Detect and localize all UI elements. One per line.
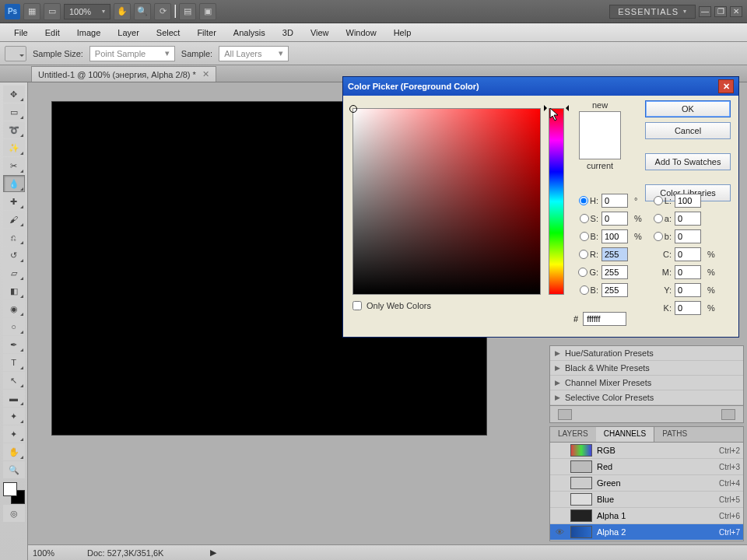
lasso-tool-icon[interactable]: ➰ <box>3 121 25 138</box>
y-input[interactable] <box>675 283 701 297</box>
s-radio[interactable] <box>580 214 589 223</box>
3d-camera-tool-icon[interactable]: ✦ <box>3 425 25 443</box>
eyedropper-tool-icon[interactable]: 💧 <box>3 175 25 192</box>
menu-select[interactable]: Select <box>149 26 188 40</box>
adjustment-icon[interactable] <box>558 409 572 420</box>
preset-selective-color[interactable]: ▶Selective Color Presets <box>550 390 743 405</box>
quick-mask-icon[interactable]: ◎ <box>3 505 25 522</box>
tab-paths[interactable]: PATHS <box>654 427 695 442</box>
history-brush-tool-icon[interactable]: ↺ <box>3 247 25 264</box>
r-radio-label[interactable]: R: <box>573 250 598 259</box>
channel-row[interactable]: Alpha 1Ctrl+6 <box>550 508 743 524</box>
b-rgb-radio-label[interactable]: B: <box>573 285 598 295</box>
blur-tool-icon[interactable]: ◉ <box>3 300 25 317</box>
healing-brush-tool-icon[interactable]: ✚ <box>3 193 25 210</box>
h-radio[interactable] <box>579 196 588 205</box>
channel-row[interactable]: RGBCtrl+2 <box>550 443 743 459</box>
path-selection-tool-icon[interactable]: ↖ <box>3 372 25 389</box>
move-tool-icon[interactable]: ✥ <box>3 86 25 103</box>
3d-tool-icon[interactable]: ✦ <box>3 408 25 425</box>
a-radio[interactable] <box>654 214 663 223</box>
b-rgb-radio[interactable] <box>580 285 589 295</box>
visibility-eye-icon[interactable] <box>553 509 566 522</box>
zoom-level-select[interactable]: 100%▾ <box>64 4 110 19</box>
hand-tool-icon[interactable]: ✋ <box>114 3 131 20</box>
pen-tool-icon[interactable]: ✒ <box>3 336 25 353</box>
menu-filter[interactable]: Filter <box>189 26 223 40</box>
l-input[interactable] <box>675 194 701 208</box>
s-input[interactable] <box>601 212 628 226</box>
g-radio-label[interactable]: G: <box>573 268 598 277</box>
h-input[interactable] <box>601 194 628 208</box>
visibility-eye-icon[interactable]: 👁 <box>553 526 566 538</box>
menu-file[interactable]: File <box>6 26 36 40</box>
channel-row[interactable]: 👁Alpha 2Ctrl+7 <box>550 524 743 541</box>
rotate-view-icon[interactable]: ⟳ <box>154 3 171 20</box>
sample-size-select[interactable]: Point Sample▾ <box>89 46 175 61</box>
preset-hue-saturation[interactable]: ▶Hue/Saturation Presets <box>550 346 743 361</box>
k-input[interactable] <box>675 301 701 315</box>
r-radio[interactable] <box>579 250 588 259</box>
dialog-title-bar[interactable]: Color Picker (Foreground Color) ✕ <box>343 77 738 96</box>
l-radio-label[interactable]: L: <box>647 196 672 205</box>
current-color-swatch[interactable] <box>580 135 620 159</box>
preset-channel-mixer[interactable]: ▶Channel Mixer Presets <box>550 376 743 390</box>
visibility-eye-icon[interactable] <box>553 460 566 473</box>
tab-channels[interactable]: CHANNELS <box>596 427 654 442</box>
only-web-colors-checkbox[interactable] <box>352 301 362 310</box>
b-hsb-radio-label[interactable]: B: <box>573 232 598 241</box>
screen-mode-dropdown-icon[interactable]: ▣ <box>199 3 216 20</box>
m-input[interactable] <box>675 265 701 279</box>
l-radio[interactable] <box>654 196 663 205</box>
eraser-tool-icon[interactable]: ▱ <box>3 264 25 282</box>
marquee-tool-icon[interactable]: ▭ <box>3 103 25 121</box>
menu-window[interactable]: Window <box>338 26 384 40</box>
document-tab[interactable]: Untitled-1 @ 100% (энергия, Alpha 2/8) *… <box>31 66 216 82</box>
dialog-close-button[interactable]: ✕ <box>718 79 734 93</box>
clip-to-layer-icon[interactable] <box>721 409 735 420</box>
add-to-swatches-button[interactable]: Add To Swatches <box>645 153 731 170</box>
clone-stamp-tool-icon[interactable]: ⎌ <box>3 229 25 246</box>
status-zoom[interactable]: 100% <box>33 548 72 558</box>
window-minimize-button[interactable]: — <box>699 6 711 17</box>
magic-wand-tool-icon[interactable]: ✨ <box>3 139 25 156</box>
window-restore-button[interactable]: ❐ <box>714 6 727 17</box>
hand-tool-icon[interactable]: ✋ <box>3 443 25 460</box>
b-rgb-input[interactable] <box>601 283 628 297</box>
menu-layer[interactable]: Layer <box>110 26 147 40</box>
zoom-tool-icon[interactable]: 🔍 <box>134 3 151 20</box>
preset-black-white[interactable]: ▶Black & White Presets <box>550 361 743 376</box>
g-radio[interactable] <box>578 268 587 277</box>
current-tool-preset-icon[interactable] <box>5 46 26 61</box>
b-lab-radio-label[interactable]: b: <box>647 232 672 241</box>
brush-tool-icon[interactable]: 🖌 <box>3 211 25 228</box>
hex-input[interactable] <box>583 312 626 326</box>
a-radio-label[interactable]: a: <box>647 214 672 223</box>
workspace-switcher[interactable]: ESSENTIALS▾ <box>609 5 696 19</box>
visibility-eye-icon[interactable] <box>553 444 566 457</box>
b-lab-radio[interactable] <box>654 232 663 241</box>
menu-view[interactable]: View <box>303 26 337 40</box>
zoom-tool-icon[interactable]: 🔍 <box>3 461 25 478</box>
visibility-eye-icon[interactable] <box>553 477 566 489</box>
channel-row[interactable]: RedCtrl+3 <box>550 459 743 475</box>
hue-slider[interactable] <box>549 108 564 295</box>
cancel-button[interactable]: Cancel <box>645 122 731 139</box>
menu-help[interactable]: Help <box>386 26 419 40</box>
close-tab-icon[interactable]: ✕ <box>202 69 209 79</box>
g-input[interactable] <box>601 265 628 279</box>
visibility-eye-icon[interactable] <box>553 493 566 506</box>
gradient-tool-icon[interactable]: ◧ <box>3 282 25 299</box>
c-input[interactable] <box>675 247 701 261</box>
bridge-icon[interactable]: ▦ <box>23 3 40 20</box>
b-hsb-input[interactable] <box>601 229 628 243</box>
arrange-documents-icon[interactable]: ▤ <box>179 3 196 20</box>
a-input[interactable] <box>675 212 701 226</box>
b-hsb-radio[interactable] <box>580 232 589 241</box>
foreground-background-colors[interactable] <box>3 482 25 504</box>
b-lab-input[interactable] <box>675 229 701 243</box>
sample-select[interactable]: All Layers▾ <box>219 46 289 61</box>
dodge-tool-icon[interactable]: ○ <box>3 318 25 335</box>
menu-analysis[interactable]: Analysis <box>226 26 273 40</box>
menu-edit[interactable]: Edit <box>37 26 68 40</box>
